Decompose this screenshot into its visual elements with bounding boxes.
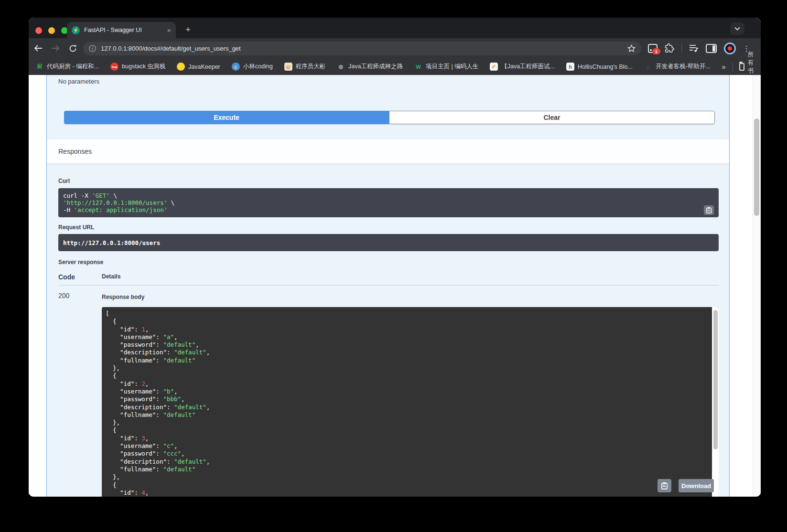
tab-title: FastAPI - Swagger UI (84, 27, 164, 33)
clear-button[interactable]: Clear (389, 111, 715, 124)
forward-arrow-icon (51, 45, 60, 52)
avatar-dot (728, 46, 732, 51)
extension-badge: 1 (652, 48, 660, 54)
face-icon: ☺ (284, 63, 292, 71)
reload-button[interactable] (66, 42, 79, 55)
doc-icon: ✓ (490, 63, 498, 71)
extensions-puzzle-icon[interactable] (665, 43, 674, 53)
responses-section-header: Responses (47, 139, 729, 164)
copy-curl-button[interactable] (704, 205, 714, 215)
browser-menu-icon[interactable]: ⋮ (743, 47, 746, 50)
request-url-label: Request URL (58, 224, 719, 231)
get-users-opblock: No parameters Execute Clear Responses Cu… (46, 75, 730, 497)
request-url-block: http://127.0.0.1:8000/users (58, 234, 719, 251)
bookmark-label: HollisChuang's Blo... (578, 64, 633, 70)
code-column-header: Code (58, 273, 102, 285)
minimize-window-button[interactable] (48, 27, 55, 34)
chevron-down-icon (734, 27, 740, 31)
bookmark-item[interactable]: ◍Java工程师成神之路 (337, 63, 403, 71)
bookmarks-separator (733, 63, 733, 71)
address-bar[interactable]: 127.0.0.1:8000/docs#/default/get_users_u… (83, 42, 641, 55)
hollis-icon: h (566, 63, 574, 71)
xiaolin-icon: c (232, 63, 240, 71)
copy-response-button[interactable] (658, 479, 671, 492)
response-body-scroll-thumb[interactable] (713, 310, 718, 449)
back-arrow-icon (34, 45, 43, 52)
bookmark-label: bugstack 虫洞栈 (122, 63, 165, 71)
response-body-label: Response body (102, 294, 719, 301)
window-controls (35, 27, 68, 34)
execute-button-row: Execute Clear (64, 111, 715, 124)
response-table-header: Code Details (58, 273, 719, 286)
bookmark-item[interactable]: ⌂开发者客栈-帮助开... (644, 63, 711, 71)
bookmark-label: 小林coding (243, 63, 273, 71)
bookmark-label: Java工程师成神之路 (348, 63, 403, 71)
folder-icon (739, 63, 744, 71)
bookmark-label: 代码厨房 - 编程和... (47, 63, 99, 71)
no-parameters-text: No parameters (58, 78, 729, 86)
new-tab-button[interactable]: + (185, 25, 191, 34)
clipboard-icon (661, 482, 668, 489)
w-icon: W (414, 63, 422, 71)
more-bookmarks-button[interactable]: » (722, 63, 726, 71)
bookmark-label: 【Java工程师面试... (501, 63, 555, 71)
tab-strip: ⚡ FastAPI - Swagger UI × + (29, 18, 761, 38)
page-scroll-thumb[interactable] (754, 118, 759, 216)
server-response-table: Code Details 200 Response body [ { "id":… (58, 273, 719, 497)
execute-button[interactable]: Execute (64, 111, 389, 124)
page-scrollbar[interactable] (753, 75, 761, 497)
request-url-value: http://127.0.0.1:8000/users (63, 239, 160, 246)
back-button[interactable] (32, 42, 45, 55)
bookmark-item[interactable]: 厨代码厨房 - 编程和... (35, 63, 99, 71)
browser-window: ⚡ FastAPI - Swagger UI × + 127.0.0.1:800… (29, 18, 761, 497)
side-panel-icon[interactable] (706, 44, 717, 53)
tab-overview-button[interactable] (730, 22, 744, 35)
responses-title: Responses (58, 148, 92, 155)
bookmark-item[interactable]: ✓【Java工程师面试... (490, 63, 555, 71)
bookmark-star-icon[interactable] (627, 44, 636, 53)
url-text[interactable]: 127.0.0.1:8000/docs#/default/get_users_u… (101, 45, 627, 52)
response-body-block: [ { "id": 1, "username": "a", "password"… (102, 307, 719, 497)
responses-content: Curl curl -X 'GET' \ 'http://127.0.0.1:8… (47, 178, 729, 497)
response-body-scrollbar[interactable] (712, 307, 719, 497)
bookmark-item[interactable]: c小林coding (232, 63, 273, 71)
bookmark-item[interactable]: ☺程序员大彬 (284, 63, 326, 71)
details-column-header: Details (102, 273, 120, 285)
extension-dot (650, 49, 652, 51)
kitchen-icon: 厨 (35, 63, 43, 71)
clipboard-icon (706, 207, 712, 213)
curl-command-text: curl -X 'GET' \ 'http://127.0.0.1:8000/u… (63, 192, 714, 213)
fastapi-favicon-icon: ⚡ (72, 26, 80, 34)
close-tab-icon[interactable]: × (167, 26, 171, 34)
pinned-extension-button[interactable]: 1 (648, 44, 658, 53)
bookmark-label: 程序员大彬 (296, 63, 326, 71)
response-row-200: 200 Response body [ { "id": 1, "username… (58, 286, 719, 497)
curl-label: Curl (58, 178, 719, 185)
status-code: 200 (58, 292, 102, 497)
swagger-page: No parameters Execute Clear Responses Cu… (29, 75, 761, 497)
server-response-label: Server response (58, 259, 719, 266)
bookmark-label: JavaKeeper (188, 64, 220, 70)
bookmark-item[interactable]: bugbugstack 虫洞栈 (110, 63, 165, 71)
response-details-cell: Response body [ { "id": 1, "username": "… (102, 292, 719, 497)
browser-toolbar: 127.0.0.1:8000/docs#/default/get_users_u… (29, 38, 761, 58)
bookmark-label: 项目主页 | 编码人生 (426, 63, 478, 71)
curl-command-block: curl -X 'GET' \ 'http://127.0.0.1:8000/u… (58, 188, 719, 217)
close-window-button[interactable] (35, 27, 42, 34)
bookmark-list: 厨代码厨房 - 编程和...bugbugstack 虫洞栈JavaKeeperc… (35, 63, 722, 71)
response-json-text: [ { "id": 1, "username": "a", "password"… (106, 310, 708, 497)
bookmark-label: 开发者客栈-帮助开... (656, 63, 711, 71)
bookmark-item[interactable]: JavaKeeper (177, 63, 220, 71)
bookmark-item[interactable]: W项目主页 | 编码人生 (414, 63, 478, 71)
download-button[interactable]: Download (679, 479, 714, 492)
bookmark-item[interactable]: hHollisChuang's Blo... (566, 63, 633, 71)
reload-icon (69, 44, 77, 53)
house-icon: ⌂ (644, 63, 652, 71)
media-controls-icon[interactable] (689, 44, 699, 53)
toolbar-separator (681, 44, 682, 53)
forward-button[interactable] (49, 42, 62, 55)
bookmarks-bar: 厨代码厨房 - 编程和...bugbugstack 虫洞栈JavaKeeperc… (29, 58, 761, 75)
site-info-icon[interactable] (89, 45, 96, 52)
browser-tab[interactable]: ⚡ FastAPI - Swagger UI × (67, 22, 176, 38)
globe-icon: ◍ (337, 63, 345, 71)
